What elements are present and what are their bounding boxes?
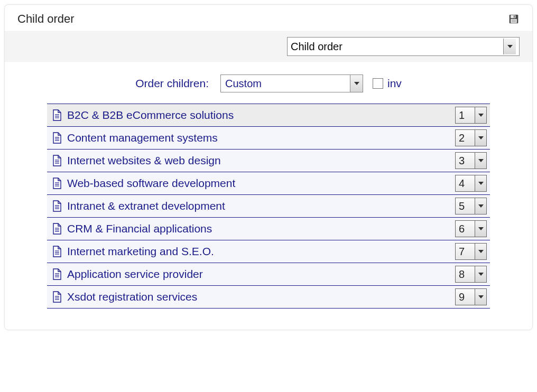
- chevron-down-icon: [503, 39, 516, 54]
- filter-bar: Child order: [5, 31, 532, 62]
- view-select-value: Child order: [291, 41, 342, 53]
- chevron-down-icon: [475, 244, 486, 259]
- invert-checkbox[interactable]: [373, 78, 383, 89]
- chevron-down-icon: [475, 289, 486, 305]
- document-icon: [52, 200, 62, 212]
- list-item-label: Web-based software development: [67, 177, 235, 190]
- panel-title: Child order: [17, 12, 75, 26]
- order-position-value: 5: [459, 200, 465, 212]
- list-item-link[interactable]: Web-based software development: [47, 177, 455, 190]
- document-icon: [52, 223, 62, 235]
- document-icon: [52, 268, 62, 280]
- chevron-down-icon: [350, 75, 363, 92]
- document-icon: [52, 178, 62, 189]
- order-position-value: 4: [459, 178, 465, 190]
- list-item-label: CRM & Financial applications: [67, 222, 212, 235]
- order-position-select[interactable]: 8: [455, 266, 487, 283]
- chevron-down-icon: [475, 198, 486, 214]
- document-icon: [52, 109, 62, 121]
- document-icon: [52, 132, 62, 144]
- list-item-label: Application service provider: [67, 268, 203, 281]
- save-button[interactable]: [508, 13, 520, 25]
- order-position-select[interactable]: 4: [455, 175, 487, 192]
- order-position-value: 7: [459, 246, 465, 258]
- list-item-label: B2C & B2B eCommerce solutions: [67, 109, 234, 122]
- view-select[interactable]: Child order: [287, 37, 520, 56]
- list-item: CRM & Financial applications6: [47, 217, 490, 240]
- list-item: Intranet & extranet development5: [47, 194, 490, 218]
- document-icon: [52, 155, 62, 166]
- svg-rect-4: [512, 20, 516, 21]
- order-position-select[interactable]: 3: [455, 152, 487, 169]
- list-item: Xsdot registration services9: [47, 285, 490, 309]
- order-mode-select[interactable]: Custom: [220, 74, 363, 92]
- list-item: B2C & B2B eCommerce solutions1: [47, 104, 490, 127]
- document-icon: [52, 291, 62, 303]
- chevron-down-icon: [475, 130, 486, 146]
- invert-label: inv: [387, 77, 402, 90]
- order-position-value: 2: [459, 132, 465, 144]
- svg-rect-1: [511, 15, 515, 18]
- chevron-down-icon: [475, 266, 486, 282]
- list-item-link[interactable]: CRM & Financial applications: [47, 222, 455, 235]
- list-item-label: Internet websites & web design: [67, 154, 221, 167]
- order-position-select[interactable]: 5: [455, 198, 487, 214]
- chevron-down-icon: [475, 153, 486, 169]
- child-order-panel: Child order Child order Order children: …: [4, 4, 533, 330]
- chevron-down-icon: [475, 107, 486, 123]
- order-position-select[interactable]: 1: [455, 107, 487, 124]
- invert-toggle: inv: [373, 77, 402, 90]
- svg-rect-5: [512, 21, 516, 22]
- order-position-value: 1: [459, 109, 465, 122]
- list-item-link[interactable]: Application service provider: [47, 268, 455, 281]
- order-position-select[interactable]: 6: [455, 220, 487, 237]
- order-position-select[interactable]: 9: [455, 288, 487, 305]
- list-item-label: Content management systems: [67, 132, 218, 144]
- chevron-down-icon: [475, 221, 486, 237]
- list-item: Internet marketing and S.E.O.7: [47, 240, 490, 263]
- svg-rect-3: [511, 19, 517, 23]
- list-item: Web-based software development4: [47, 172, 490, 195]
- list-item: Content management systems2: [47, 126, 490, 150]
- order-position-value: 8: [459, 268, 465, 281]
- list-item: Internet websites & web design3: [47, 149, 490, 172]
- list-item-link[interactable]: Content management systems: [47, 132, 455, 144]
- order-position-select[interactable]: 7: [455, 243, 487, 260]
- list-item: Application service provider8: [47, 263, 490, 286]
- list-item-link[interactable]: Internet marketing and S.E.O.: [47, 245, 455, 258]
- list-item-link[interactable]: Internet websites & web design: [47, 154, 455, 167]
- list-item-label: Intranet & extranet development: [67, 200, 225, 212]
- order-position-select[interactable]: 2: [455, 129, 487, 146]
- order-position-value: 3: [459, 155, 465, 167]
- list-item-link[interactable]: Xsdot registration services: [47, 291, 455, 303]
- order-children-label: Order children:: [135, 77, 209, 90]
- list-item-link[interactable]: B2C & B2B eCommerce solutions: [47, 109, 455, 122]
- list-item-label: Xsdot registration services: [67, 291, 197, 303]
- order-position-value: 9: [459, 291, 465, 303]
- list-item-link[interactable]: Intranet & extranet development: [47, 200, 455, 212]
- panel-header: Child order: [5, 5, 532, 31]
- chevron-down-icon: [475, 175, 486, 191]
- order-mode-value: Custom: [225, 78, 262, 90]
- floppy-disk-icon: [508, 14, 519, 24]
- list-item-label: Internet marketing and S.E.O.: [67, 245, 214, 258]
- children-list: B2C & B2B eCommerce solutions1Content ma…: [5, 99, 532, 309]
- order-position-value: 6: [459, 223, 465, 235]
- document-icon: [52, 246, 62, 257]
- order-controls: Order children: Custom inv: [5, 62, 532, 99]
- svg-rect-2: [514, 15, 515, 17]
